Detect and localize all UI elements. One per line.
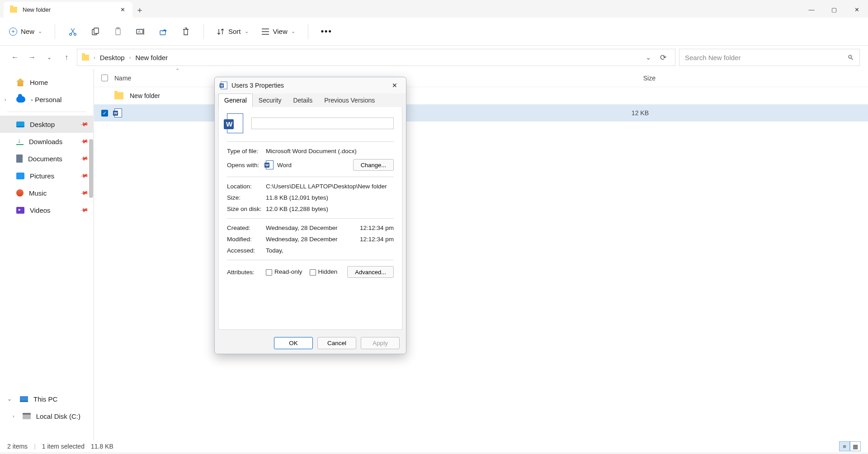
tab-details[interactable]: Details: [287, 94, 318, 107]
toolbar: + New ⌄ A Sort ⌄ View ⌄ •••: [0, 18, 868, 46]
value-opens: Word: [277, 162, 292, 168]
view-button[interactable]: View ⌄: [261, 28, 295, 35]
window-close-button[interactable]: ✕: [845, 2, 868, 18]
search-input[interactable]: Search New folder 🔍︎: [679, 49, 860, 66]
separator: |: [34, 443, 36, 450]
filename-input[interactable]: [251, 117, 394, 129]
address-bar[interactable]: › Desktop › New folder ⌄ ⟳: [77, 49, 675, 66]
label-accessed: Accessed:: [227, 247, 266, 254]
properties-dialog: Users 3 Properties ✕ General Security De…: [214, 77, 406, 354]
file-row-document[interactable]: ✓ oc... 12 KB: [94, 104, 868, 122]
minimize-button[interactable]: —: [800, 2, 823, 18]
ok-button[interactable]: OK: [274, 337, 313, 349]
sidebar-item-music[interactable]: Music 📌: [0, 184, 93, 201]
sort-icon: [217, 28, 225, 36]
dialog-body: Type of file: Microsoft Word Document (.…: [218, 107, 402, 330]
value-created-date: Wednesday, 28 December: [266, 225, 338, 231]
pc-icon: [20, 396, 28, 402]
tab-general[interactable]: General: [218, 94, 253, 107]
word-icon-large: [227, 113, 243, 133]
rename-icon[interactable]: A: [136, 27, 146, 37]
new-button[interactable]: + New ⌄: [9, 28, 42, 36]
apply-button[interactable]: Apply: [361, 337, 400, 349]
copy-icon[interactable]: [90, 27, 100, 37]
status-selected-count: 1 item selected: [42, 443, 85, 450]
pin-icon: 📌: [80, 154, 89, 163]
breadcrumb-segment[interactable]: New folder: [135, 54, 168, 61]
sidebar-item-localdisk[interactable]: › Local Disk (C:): [0, 407, 93, 425]
chevron-down-icon: ⌄: [245, 28, 249, 34]
view-label: View: [273, 28, 288, 35]
dialog-close-button[interactable]: ✕: [389, 80, 401, 91]
disk-icon: [23, 413, 31, 419]
sidebar-label: Local Disk (C:): [36, 412, 80, 420]
sidebar-item-documents[interactable]: Documents 📌: [0, 150, 93, 167]
paste-icon[interactable]: [113, 27, 123, 37]
pin-icon: 📌: [80, 206, 89, 215]
label-sizedisk: Size on disk:: [227, 206, 266, 212]
value-accessed: Today,: [266, 247, 394, 254]
view-icon: [261, 28, 269, 35]
back-button[interactable]: ←: [8, 51, 22, 64]
cancel-button[interactable]: Cancel: [317, 337, 356, 349]
window-tab[interactable]: New folder ✕: [4, 2, 132, 18]
folder-icon: [10, 7, 17, 13]
chevron-right-icon[interactable]: ›: [13, 413, 14, 419]
label-attributes: Attributes:: [227, 269, 266, 276]
dialog-tabs: General Security Details Previous Versio…: [215, 94, 406, 107]
sidebar-item-home[interactable]: Home: [0, 74, 93, 91]
status-item-count: 2 items: [7, 443, 28, 450]
grid-view-button[interactable]: ▦: [850, 441, 861, 451]
share-icon[interactable]: [158, 27, 168, 37]
advanced-button[interactable]: Advanced...: [347, 266, 394, 278]
pin-icon: 📌: [80, 137, 89, 146]
chevron-down-icon[interactable]: ⌄: [7, 396, 12, 402]
separator: [55, 24, 55, 39]
recent-button[interactable]: ⌄: [42, 51, 56, 64]
chevron-right-icon[interactable]: ›: [5, 97, 6, 102]
word-icon: [221, 82, 227, 89]
forward-button[interactable]: →: [25, 51, 39, 64]
chevron-right-icon: ›: [129, 55, 131, 60]
dialog-titlebar[interactable]: Users 3 Properties ✕: [215, 77, 406, 94]
refresh-button[interactable]: ⟳: [656, 53, 670, 62]
file-row-folder[interactable]: New folder: [94, 87, 868, 104]
sidebar-item-downloads[interactable]: Downloads 📌: [0, 133, 93, 150]
tab-previous-versions[interactable]: Previous Versions: [318, 94, 381, 107]
sidebar-label: Pictures: [30, 172, 54, 180]
scrollbar[interactable]: [89, 139, 93, 198]
value-size: 11.8 KB (12,091 bytes): [266, 194, 394, 201]
sidebar-label: Downloads: [29, 138, 62, 145]
sidebar-item-pictures[interactable]: Pictures 📌: [0, 167, 93, 184]
value-created-time: 12:12:34 pm: [360, 225, 394, 231]
address-dropdown[interactable]: ⌄: [646, 53, 651, 61]
svg-point-0: [70, 33, 72, 35]
svg-point-1: [74, 33, 76, 35]
sidebar-item-videos[interactable]: Videos 📌: [0, 201, 93, 219]
sidebar-item-desktop[interactable]: Desktop 📌: [0, 116, 93, 133]
column-size[interactable]: Size: [643, 75, 656, 82]
sort-button[interactable]: Sort ⌄: [217, 28, 249, 36]
sidebar-label: This PC: [33, 395, 57, 403]
row-checkbox[interactable]: ✓: [101, 110, 108, 117]
sidebar-item-personal[interactable]: › - Personal: [0, 91, 93, 108]
tab-close-button[interactable]: ✕: [119, 6, 126, 14]
delete-icon[interactable]: [181, 27, 191, 37]
up-button[interactable]: ↑: [60, 51, 73, 64]
window-controls: — ▢ ✕: [800, 2, 868, 18]
maximize-button[interactable]: ▢: [823, 2, 845, 18]
more-button[interactable]: •••: [321, 27, 332, 36]
label-opens: Opens with:: [227, 162, 266, 168]
cut-icon[interactable]: [68, 27, 78, 37]
breadcrumb-segment[interactable]: Desktop: [100, 54, 125, 61]
new-tab-button[interactable]: ＋: [132, 2, 147, 18]
pin-icon: 📌: [80, 171, 89, 180]
change-button[interactable]: Change...: [353, 159, 394, 171]
readonly-checkbox[interactable]: Read-only: [266, 268, 302, 275]
sidebar-item-thispc[interactable]: ⌄ This PC: [0, 390, 93, 407]
tab-security[interactable]: Security: [253, 94, 288, 107]
select-all-checkbox[interactable]: [101, 75, 108, 81]
chevron-right-icon: ›: [94, 55, 95, 60]
hidden-checkbox[interactable]: Hidden: [310, 268, 338, 275]
details-view-button[interactable]: ≡: [839, 441, 850, 451]
